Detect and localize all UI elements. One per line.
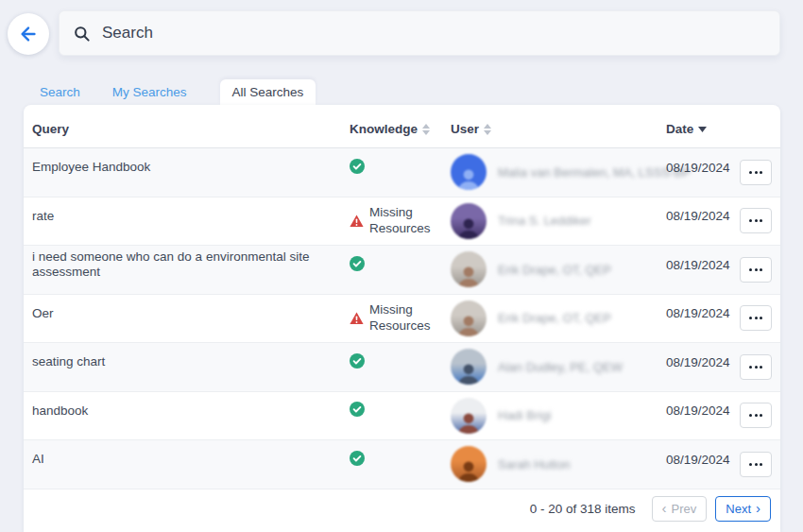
ellipsis-icon — [749, 414, 752, 417]
pagination: 0 - 20 of 318 items ‹ Prev Next › — [24, 489, 780, 532]
table-row[interactable]: seating chart — [24, 343, 780, 392]
user-name: Malia van Bermalen, MA, LSSS-BP — [498, 165, 691, 180]
row-actions-button[interactable] — [740, 452, 772, 477]
knowledge-ok-icon — [350, 353, 365, 369]
knowledge-cell: Missing Resources — [350, 302, 451, 335]
back-arrow-icon — [18, 24, 39, 44]
user-cell: Malia van Bermalen, MA, LSSS-BP — [451, 154, 666, 190]
warning-triangle-icon — [350, 215, 364, 228]
column-header-user[interactable]: User — [451, 122, 666, 136]
table-row[interactable]: rate Missing Resources — [24, 197, 780, 247]
date-cell: 08/19/2024 — [666, 403, 740, 418]
avatar — [451, 349, 487, 385]
table-row[interactable]: i need someone who can do a environmenta… — [24, 246, 780, 295]
person-icon — [454, 456, 483, 482]
table-row[interactable]: Employee Handbook — [24, 148, 780, 197]
row-actions-button[interactable] — [740, 354, 772, 380]
knowledge-ok-icon — [350, 159, 365, 174]
knowledge-cell — [350, 455, 451, 473]
knowledge-ok-icon — [350, 256, 365, 271]
knowledge-missing: Missing Resources — [350, 302, 451, 335]
sort-both-icon — [422, 124, 430, 135]
row-actions-button[interactable] — [740, 160, 772, 185]
query-cell: Oer — [32, 306, 350, 322]
row-actions-button[interactable] — [740, 208, 772, 233]
column-header-query[interactable]: Query — [32, 122, 350, 136]
knowledge-cell: Missing Resources — [350, 205, 451, 237]
pagination-summary: 0 - 20 of 318 items — [530, 502, 636, 516]
missing-label: Missing Resources — [369, 302, 437, 335]
tab-bar: Search My Searches All Searches — [24, 79, 316, 105]
user-cell: Alan Dudley, PE, QEW — [451, 349, 666, 385]
person-icon — [454, 262, 483, 287]
knowledge-ok-icon — [350, 402, 365, 417]
date-cell: 08/19/2024 — [666, 306, 740, 320]
tab-my-searches[interactable]: My Searches — [96, 79, 203, 105]
avatar — [451, 398, 487, 434]
user-name: Hadi Brigi — [498, 408, 551, 422]
query-cell: Employee Handbook — [32, 160, 350, 176]
ellipsis-icon — [749, 268, 752, 271]
ellipsis-icon — [749, 171, 752, 174]
knowledge-cell — [350, 358, 451, 376]
knowledge-cell — [350, 261, 451, 279]
table-header: Query Knowledge User Date — [24, 105, 780, 148]
table-row[interactable]: AI — [24, 440, 780, 489]
person-icon — [454, 214, 483, 239]
tab-all-searches[interactable]: All Searches — [220, 79, 316, 105]
chevron-right-icon: › — [756, 501, 760, 515]
row-actions-button[interactable] — [740, 257, 772, 283]
avatar — [451, 154, 487, 190]
date-cell: 08/19/2024 — [666, 453, 740, 467]
prev-page-button[interactable]: ‹ Prev — [652, 496, 708, 522]
knowledge-cell — [350, 406, 451, 424]
back-button[interactable] — [8, 13, 49, 55]
date-cell: 08/19/2024 — [666, 258, 740, 272]
search-bar[interactable] — [59, 10, 780, 56]
user-cell: Sarah Hutton — [451, 446, 666, 482]
user-name: Erik Drape, OT, QEP — [498, 311, 611, 325]
next-page-button[interactable]: Next › — [715, 496, 771, 522]
person-icon — [454, 311, 483, 336]
knowledge-cell — [350, 163, 451, 181]
table-body: Employee Handbook — [24, 148, 780, 489]
chevron-left-icon: ‹ — [662, 501, 667, 515]
search-input[interactable] — [102, 24, 766, 43]
user-cell: Trina S. Leddiker — [451, 203, 666, 239]
sort-both-icon — [484, 124, 491, 135]
query-cell: seating chart — [32, 354, 350, 370]
row-actions-button[interactable] — [740, 305, 772, 331]
user-name: Trina S. Leddiker — [498, 214, 591, 228]
tab-search[interactable]: Search — [24, 79, 96, 105]
user-cell: Erik Drape, OT, QEP — [451, 251, 666, 287]
query-cell: rate — [32, 209, 350, 225]
ellipsis-icon — [749, 219, 752, 222]
column-header-knowledge[interactable]: Knowledge — [350, 122, 451, 136]
person-icon — [454, 164, 483, 190]
query-cell: handbook — [32, 403, 350, 420]
knowledge-missing: Missing Resources — [350, 205, 451, 237]
query-cell: i need someone who can do a environmenta… — [32, 249, 350, 282]
user-name: Sarah Hutton — [498, 457, 571, 472]
query-cell: AI — [32, 452, 350, 468]
avatar — [451, 203, 487, 239]
date-cell: 08/19/2024 — [666, 161, 740, 175]
ellipsis-icon — [749, 366, 752, 369]
user-cell: Hadi Brigi — [451, 398, 666, 434]
sort-desc-icon — [698, 127, 707, 132]
person-icon — [454, 359, 483, 385]
table-row[interactable]: handbook — [24, 392, 780, 441]
avatar — [451, 300, 487, 336]
avatar — [451, 446, 487, 482]
avatar — [451, 251, 487, 287]
row-actions-button[interactable] — [740, 403, 772, 428]
user-cell: Erik Drape, OT, QEP — [451, 300, 666, 336]
table-row[interactable]: Oer Missing Resources — [24, 295, 780, 344]
ellipsis-icon — [749, 463, 752, 466]
user-name: Erik Drape, OT, QEP — [498, 263, 611, 277]
column-header-date[interactable]: Date — [666, 122, 740, 136]
date-cell: 08/19/2024 — [666, 209, 740, 223]
person-icon — [454, 408, 483, 434]
knowledge-ok-icon — [350, 451, 365, 466]
missing-label: Missing Resources — [369, 205, 437, 237]
